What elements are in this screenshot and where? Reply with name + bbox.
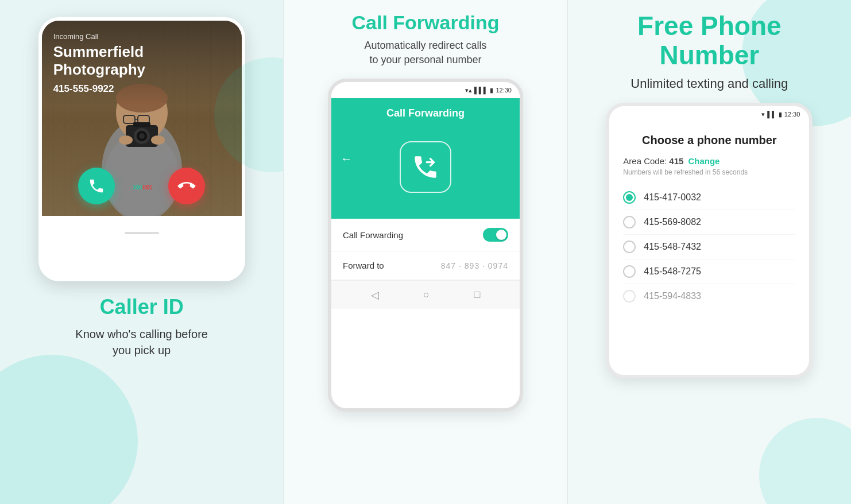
back-nav-icon[interactable]: ◁ — [371, 289, 379, 301]
phone-number-4: 415-548-7275 — [644, 266, 701, 277]
phone-icon-container — [400, 141, 451, 193]
area-code-label: Area Code: 415 — [623, 156, 683, 166]
caller-id-desc: Know who's calling beforeyou pick up — [75, 326, 208, 358]
recent-nav-icon[interactable]: □ — [474, 289, 480, 301]
number-option-2[interactable]: 415-569-8082 — [623, 210, 795, 235]
toggle-label: Call Forwarding — [343, 230, 403, 240]
refresh-timer-text: Numbers will be refreshed in 56 seconds — [623, 168, 795, 176]
caller-name: SummerfieldPhotography — [53, 43, 230, 79]
svg-point-10 — [139, 133, 145, 139]
accept-call-button[interactable] — [78, 168, 115, 204]
phone2-status-bar: ▾▴ ▌▌▌ ▮ 12:30 — [331, 82, 520, 98]
call-forwarding-toggle[interactable] — [483, 228, 508, 242]
forward-to-value: 847 · 893 · 0974 — [441, 261, 508, 270]
wifi-icon: ▾▴ — [465, 87, 472, 94]
free-phone-desc: Unlimited texting and calling — [630, 76, 788, 91]
phone-mockup-3: ▾ ▌▌ ▮ 12:30 Choose a phone number Area … — [606, 103, 813, 378]
radio-unselected-3[interactable] — [623, 241, 636, 253]
home-indicator — [125, 232, 159, 234]
radio-unselected-5[interactable] — [623, 290, 636, 303]
phone3-wifi-icon: ▾ — [761, 111, 765, 118]
phone-number-5: 415-594-4833 — [644, 291, 701, 301]
incoming-call-label: Incoming Call — [53, 32, 230, 41]
number-option-3[interactable]: 415-548-7432 — [623, 235, 795, 259]
call-action-buttons: »» «« — [42, 168, 242, 204]
time-display: 12:30 — [496, 87, 512, 94]
signal-icon: ▌▌▌ — [474, 87, 488, 94]
caller-number: 415-555-9922 — [53, 83, 230, 95]
accept-arrows: »» — [132, 180, 141, 193]
phone3-battery-icon: ▮ — [779, 111, 782, 118]
phone3-status-icons: ▾ ▌▌ ▮ 12:30 — [761, 111, 800, 118]
radio-selected-1[interactable] — [623, 191, 636, 204]
phone-number-3: 415-548-7432 — [644, 242, 701, 252]
phone-decline-icon — [175, 174, 199, 198]
call-forwarding-toggle-row: Call Forwarding — [331, 219, 520, 251]
radio-unselected-2[interactable] — [623, 216, 636, 228]
phone3-status-bar: ▾ ▌▌ ▮ 12:30 — [609, 106, 809, 122]
phone-bottom-bar-1 — [42, 216, 242, 250]
choose-number-title: Choose a phone number — [623, 134, 795, 147]
svg-rect-11 — [133, 122, 150, 127]
bg-decoration — [759, 418, 851, 504]
caller-id-title: Caller ID — [100, 295, 184, 319]
phone2-settings: Call Forwarding Forward to 847 · 893 · 0… — [331, 219, 520, 280]
call-forwarding-title: Call Forwarding — [352, 11, 500, 34]
area-code-row: Area Code: 415 Change — [623, 156, 795, 166]
forward-to-row: Forward to 847 · 893 · 0974 — [331, 251, 520, 280]
forward-to-label: Forward to — [343, 261, 384, 270]
svg-point-13 — [151, 135, 165, 145]
home-nav-icon[interactable]: ○ — [423, 289, 430, 301]
radio-unselected-4[interactable] — [623, 265, 636, 278]
phone3-content: Choose a phone number Area Code: 415 Cha… — [609, 122, 809, 320]
change-area-code-link[interactable]: Change — [688, 156, 720, 166]
section-caller-id: Incoming Call SummerfieldPhotography 415… — [0, 0, 283, 504]
section-free-phone: Free PhoneNumber Unlimited texting and c… — [568, 0, 851, 504]
phone-number-2: 415-569-8082 — [644, 217, 701, 227]
phone3-signal-icon: ▌▌ — [767, 111, 776, 118]
forwarding-phone-icon — [411, 153, 440, 181]
call-forwarding-desc: Automatically redirect callsto your pers… — [364, 38, 486, 67]
free-phone-title: Free PhoneNumber — [637, 11, 782, 69]
status-icons: ▾▴ ▌▌▌ ▮ 12:30 — [465, 87, 512, 94]
phone3-time: 12:30 — [784, 111, 800, 118]
phone-accept-icon — [88, 177, 105, 195]
phone-number-1: 415-417-0032 — [644, 192, 701, 203]
phone-mockup-1: Incoming Call SummerfieldPhotography 415… — [38, 17, 245, 281]
back-arrow-icon[interactable]: ← — [341, 152, 352, 165]
phone-mockup-2: ▾▴ ▌▌▌ ▮ 12:30 ← Call Forwarding Call Fo… — [328, 79, 523, 412]
svg-point-12 — [119, 135, 133, 145]
phone-screen-1: Incoming Call SummerfieldPhotography 415… — [42, 21, 242, 216]
area-code-value: 415 — [669, 156, 683, 166]
call-overlay: Incoming Call SummerfieldPhotography 415… — [42, 21, 242, 106]
decline-arrows: «« — [142, 180, 151, 193]
number-option-4[interactable]: 415-548-7275 — [623, 259, 795, 284]
number-option-5[interactable]: 415-594-4833 — [623, 284, 795, 308]
section-call-forwarding: Call Forwarding Automatically redirect c… — [284, 0, 567, 504]
phone2-nav-bar: ◁ ○ □ — [331, 280, 520, 309]
header-title: Call Forwarding — [386, 107, 465, 119]
number-option-1[interactable]: 415-417-0032 — [623, 185, 795, 210]
decline-call-button[interactable] — [168, 168, 205, 204]
phone2-header: ← Call Forwarding — [331, 98, 520, 219]
battery-icon: ▮ — [490, 87, 493, 94]
